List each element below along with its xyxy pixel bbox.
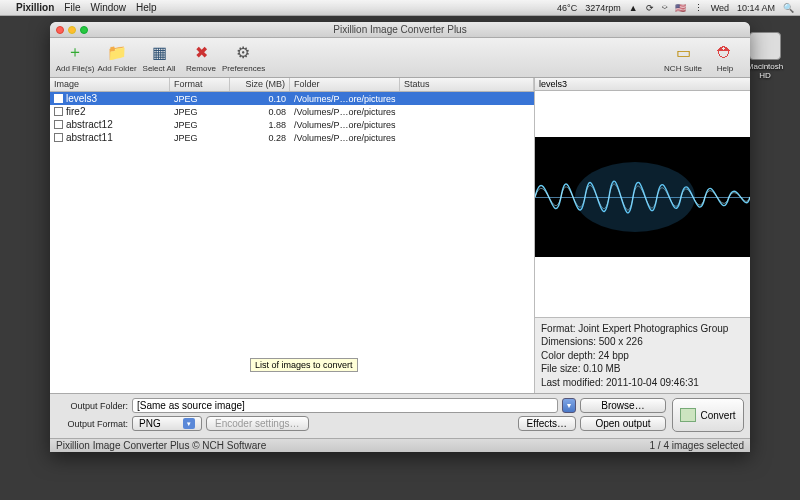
- window-close-button[interactable]: [56, 26, 64, 34]
- open-output-button[interactable]: Open output: [580, 416, 666, 431]
- wifi-icon[interactable]: ⋮: [694, 3, 703, 13]
- convert-icon: [680, 408, 696, 422]
- file-list-panel: Image Format Size (MB) Folder Status lev…: [50, 78, 535, 393]
- table-row[interactable]: abstract11JPEG0.28/Volumes/P…ore/picture…: [50, 131, 534, 144]
- output-folder-dropdown[interactable]: ▾: [562, 398, 576, 413]
- add-folder-button[interactable]: 📁 Add Folder: [96, 43, 138, 73]
- nch-suite-button[interactable]: ▭ NCH Suite: [662, 43, 704, 73]
- preview-name: levels3: [535, 78, 750, 91]
- file-format: JPEG: [170, 94, 230, 104]
- spotlight-icon[interactable]: 🔍: [783, 3, 794, 13]
- encoder-settings-label: Encoder settings…: [215, 418, 300, 429]
- output-format-select[interactable]: PNG ▾: [132, 416, 202, 431]
- meta-filesize: File size: 0.10 MB: [541, 362, 744, 376]
- flag-icon[interactable]: 🇺🇸: [675, 3, 686, 13]
- browse-label: Browse…: [601, 400, 644, 411]
- help-icon: ⛑: [715, 43, 735, 63]
- main-area: Image Format Size (MB) Folder Status lev…: [50, 78, 750, 393]
- open-output-label: Open output: [595, 418, 650, 429]
- menubar-help[interactable]: Help: [136, 2, 157, 13]
- window-zoom-button[interactable]: [80, 26, 88, 34]
- menubar-icon[interactable]: ⟳: [646, 3, 654, 13]
- window-titlebar[interactable]: Pixillion Image Converter Plus: [50, 22, 750, 38]
- table-row[interactable]: fire2JPEG0.08/Volumes/P…ore/pictures: [50, 105, 534, 118]
- effects-label: Effects…: [527, 418, 567, 429]
- file-folder: /Volumes/P…ore/pictures: [290, 120, 400, 130]
- file-size: 0.10: [230, 94, 290, 104]
- file-name: fire2: [66, 106, 85, 117]
- effects-button[interactable]: Effects…: [518, 416, 576, 431]
- encoder-settings-button[interactable]: Encoder settings…: [206, 416, 309, 431]
- meta-modified: Last modified: 2011-10-04 09:46:31: [541, 376, 744, 390]
- file-format: JPEG: [170, 107, 230, 117]
- remove-icon: ✖: [191, 43, 211, 63]
- status-right: 1 / 4 images selected: [650, 440, 745, 451]
- preferences-icon: ⚙: [233, 43, 253, 63]
- select-all-button[interactable]: ▦ Select All: [138, 43, 180, 73]
- convert-button[interactable]: Convert: [672, 398, 744, 432]
- menubar-app-name[interactable]: Pixillion: [16, 2, 54, 13]
- col-image[interactable]: Image: [50, 78, 170, 91]
- browse-button[interactable]: Browse…: [580, 398, 666, 413]
- menubar-time[interactable]: 10:14 AM: [737, 3, 775, 13]
- output-format-label: Output Format:: [56, 419, 128, 429]
- file-icon: [54, 120, 63, 129]
- col-format[interactable]: Format: [170, 78, 230, 91]
- meta-format: Format: Joint Expert Photographics Group: [541, 322, 744, 336]
- bluetooth-icon[interactable]: ⌔: [662, 3, 667, 13]
- preview-metadata: Format: Joint Expert Photographics Group…: [535, 317, 750, 394]
- file-size: 0.28: [230, 133, 290, 143]
- file-size: 1.88: [230, 120, 290, 130]
- preview-image-area: [535, 91, 750, 317]
- menubar-rpm: 3274rpm: [585, 3, 621, 13]
- status-left: Pixillion Image Converter Plus © NCH Sof…: [56, 440, 266, 451]
- preferences-label: Preferences: [222, 64, 264, 73]
- toolbar: ＋ Add File(s) 📁 Add Folder ▦ Select All …: [50, 38, 750, 78]
- remove-label: Remove: [180, 64, 222, 73]
- window-minimize-button[interactable]: [68, 26, 76, 34]
- menubar-window[interactable]: Window: [90, 2, 126, 13]
- output-folder-field[interactable]: [Same as source image]: [132, 398, 558, 413]
- column-headers[interactable]: Image Format Size (MB) Folder Status: [50, 78, 534, 92]
- table-row[interactable]: abstract12JPEG1.88/Volumes/P…ore/picture…: [50, 118, 534, 131]
- nch-suite-icon: ▭: [673, 43, 693, 63]
- select-all-icon: ▦: [149, 43, 169, 63]
- window-title: Pixillion Image Converter Plus: [50, 24, 750, 35]
- preview-image: [535, 137, 750, 257]
- col-status[interactable]: Status: [400, 78, 534, 91]
- select-all-label: Select All: [138, 64, 180, 73]
- tooltip: List of images to convert: [250, 358, 358, 372]
- output-folder-value: [Same as source image]: [137, 400, 245, 411]
- file-icon: [54, 107, 63, 116]
- status-bar: Pixillion Image Converter Plus © NCH Sof…: [50, 438, 750, 452]
- output-panel: Output Folder: [Same as source image] ▾ …: [50, 393, 750, 438]
- preview-panel: levels3 Format: Joint Expert Photographi…: [535, 78, 750, 393]
- col-folder[interactable]: Folder: [290, 78, 400, 91]
- file-format: JPEG: [170, 120, 230, 130]
- help-button[interactable]: ⛑ Help: [704, 43, 746, 73]
- convert-label: Convert: [700, 410, 735, 421]
- preferences-button[interactable]: ⚙ Preferences: [222, 43, 264, 73]
- add-files-icon: ＋: [65, 43, 85, 63]
- file-folder: /Volumes/P…ore/pictures: [290, 107, 400, 117]
- add-files-button[interactable]: ＋ Add File(s): [54, 43, 96, 73]
- file-icon: [54, 94, 63, 103]
- menubar-day[interactable]: Wed: [711, 3, 729, 13]
- menubar-file[interactable]: File: [64, 2, 80, 13]
- file-list[interactable]: levels3JPEG0.10/Volumes/P…ore/picturesfi…: [50, 92, 534, 393]
- chevron-down-icon: ▾: [183, 418, 195, 429]
- col-size[interactable]: Size (MB): [230, 78, 290, 91]
- file-name: abstract11: [66, 132, 113, 143]
- add-files-label: Add File(s): [54, 64, 96, 73]
- add-folder-icon: 📁: [107, 43, 127, 63]
- file-folder: /Volumes/P…ore/pictures: [290, 133, 400, 143]
- hd-icon: [749, 32, 781, 60]
- svg-point-0: [575, 162, 695, 232]
- meta-dimensions: Dimensions: 500 x 226: [541, 335, 744, 349]
- menubar-icon[interactable]: ▲: [629, 3, 638, 13]
- remove-button[interactable]: ✖ Remove: [180, 43, 222, 73]
- help-label: Help: [704, 64, 746, 73]
- table-row[interactable]: levels3JPEG0.10/Volumes/P…ore/pictures: [50, 92, 534, 105]
- output-folder-label: Output Folder:: [56, 401, 128, 411]
- nch-suite-label: NCH Suite: [662, 64, 704, 73]
